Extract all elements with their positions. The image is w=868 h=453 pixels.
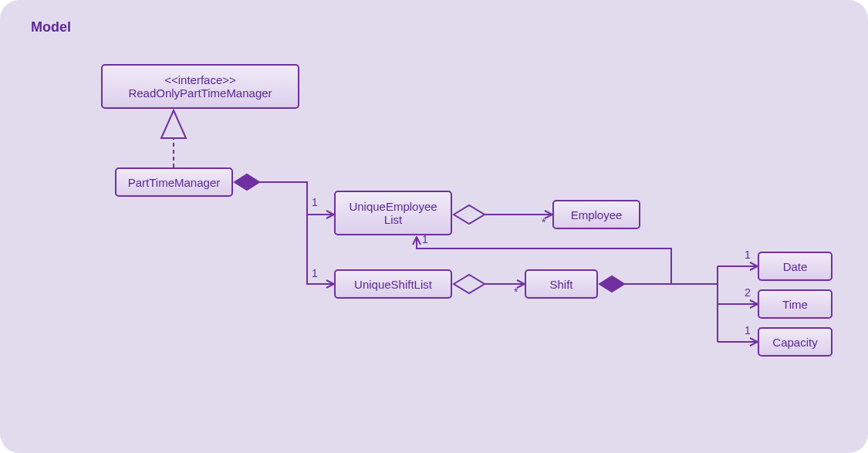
mult-shift-date: 1 [745,248,751,261]
svg-marker-2 [235,174,259,190]
svg-marker-7 [599,276,624,292]
panel-title: Model [31,19,71,35]
stereotype-label: <<interface>> [164,73,236,86]
class-uniqueshiftlist: UniqueShiftList [334,269,452,299]
svg-marker-3 [454,205,485,224]
class-readonly-parttimemanager: <<interface>> ReadOnlyPartTimeManager [101,64,299,109]
mult-uel-emp: * [542,216,545,228]
mult-usl-shift: * [514,286,518,298]
model-panel: Model <<interface>> ReadOnlyPartTimeMana… [0,0,868,453]
interface-name: ReadOnlyPartTimeManager [128,86,272,100]
class-capacity: Capacity [758,327,833,357]
class-time: Time [758,289,833,319]
svg-marker-1 [161,110,186,138]
class-uniqueemployeelist: UniqueEmployee List [334,191,452,235]
class-parttimemanager: PartTimeManager [115,167,233,197]
mult-shift-capacity: 1 [745,324,751,336]
mult-ptm-usl: 1 [312,267,318,279]
mult-shift-uel: 1 [422,233,428,245]
mult-ptm-uel: 1 [312,196,318,208]
class-date: Date [758,252,833,281]
class-employee: Employee [552,200,640,229]
mult-shift-time: 2 [745,286,751,299]
class-shift: Shift [525,269,598,299]
svg-marker-5 [454,275,485,293]
